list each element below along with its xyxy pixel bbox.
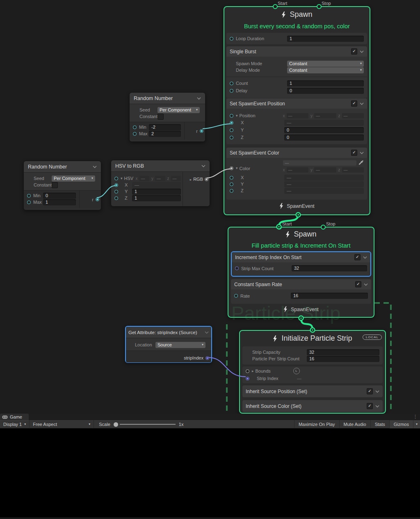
hsv-port[interactable] [114,177,118,180]
color-swatch-field[interactable]: — [283,160,356,166]
position-x-port-connected[interactable] [230,121,233,125]
ghost-field[interactable]: — [171,176,181,181]
ghost-field[interactable]: — [287,113,308,118]
r-output-port-connected[interactable] [200,129,203,133]
start-event-port-connected[interactable] [277,225,282,230]
ghost-field[interactable]: — [342,113,364,118]
particle-per-strip-field[interactable]: 16 [307,356,379,362]
ghost-field[interactable]: — [314,113,336,118]
maximize-on-play-button[interactable]: Maximize On Play [294,420,339,428]
inherit-position-checkbox[interactable]: ✓ [367,388,373,394]
delay-port[interactable] [230,89,233,93]
color-y-port[interactable] [230,182,233,186]
hsv-z-field[interactable]: 1 [132,195,181,201]
color-x-port[interactable] [230,176,233,180]
position-y-port[interactable] [230,128,233,132]
scale-slider-handle[interactable] [114,422,118,427]
ghost-field[interactable]: — [155,176,165,181]
min-port[interactable] [133,125,137,129]
stop-event-port[interactable] [317,4,322,9]
min-field[interactable]: 0 [43,193,76,199]
start-event-port[interactable] [273,4,278,9]
loop-duration-port[interactable] [230,37,233,41]
scale-slider-track[interactable] [120,424,176,425]
set-position-block[interactable]: Set SpawnEvent Position ✓ ▾ Position x— … [226,98,367,144]
count-field[interactable]: 1 [287,80,364,86]
position-y-field[interactable]: 0 [284,127,364,133]
single-burst-block[interactable]: Single Burst ✓ Spawn Mode Constant▾ Dela… [226,46,367,98]
expand-down-icon[interactable]: ▾ [236,114,238,118]
stats-button[interactable]: Stats [371,420,389,428]
chevron-down-icon[interactable] [197,97,201,100]
ghost-field[interactable]: — [342,167,364,173]
max-port[interactable] [27,200,31,204]
expand-down-icon[interactable]: ▾ [236,166,238,170]
location-dropdown[interactable]: Source▾ [155,342,205,348]
inherit-color-checkbox[interactable]: ✓ [367,403,373,409]
hsv-z-port[interactable] [114,196,118,200]
gizmos-dropdown-arrow[interactable]: ▾ [413,420,420,428]
color-port-connected[interactable] [230,166,233,170]
max-field[interactable]: 2 [149,131,181,137]
min-port[interactable] [27,194,31,198]
position-z-port[interactable] [230,136,233,139]
chevron-down-icon[interactable] [205,331,209,334]
seed-dropdown[interactable]: Per Component▾ [158,107,200,113]
random-number-pos-node[interactable]: Random Number Seed Per Component▾ Consta… [129,92,205,142]
increment-strip-index-block-selected[interactable]: Increment Strip Index On Start ✓ Strip M… [231,251,371,277]
ghost-field[interactable]: — [287,167,308,173]
chevron-down-icon[interactable] [375,390,379,393]
initialize-particle-strip-context[interactable]: Initialize Particle Strip LOCAL Strip Ca… [239,330,386,414]
loop-duration-block[interactable]: Loop Duration 1 [226,33,367,44]
seed-dropdown[interactable]: Per Component▾ [52,175,95,182]
chevron-down-icon[interactable] [360,152,364,154]
rgb-output-port-connected[interactable] [205,178,208,181]
constant-checkbox[interactable] [52,182,58,188]
constant-spawn-rate-block[interactable]: Constant Spawn Rate ✓ Rate 16 [231,279,371,304]
spawn-mode-dropdown[interactable]: Constant▾ [287,61,364,67]
color-z-port[interactable] [230,189,233,193]
count-port[interactable] [230,82,233,85]
aspect-ratio-dropdown[interactable]: Free Aspect ▾ [30,420,94,428]
ghost-field[interactable]: — [314,167,336,173]
bounds-port[interactable] [246,369,249,373]
stop-event-port[interactable] [321,225,326,230]
inherit-source-color-block[interactable]: Inherit Source Color (Set) ✓ [242,400,383,412]
display-dropdown[interactable]: Display 1 ▾ [0,420,29,428]
hsv-to-rgb-node[interactable]: HSV to RGB ▾ HSV x— y— z— X [111,160,210,206]
rate-field[interactable]: 16 [291,293,368,299]
strip-max-count-field[interactable]: 32 [292,265,367,271]
position-z-field[interactable]: 0 [284,134,364,141]
set-color-block[interactable]: Set SpawnEvent Color ✓ ▾ Color — x— y— z… [226,148,367,200]
constant-checkbox[interactable] [158,114,164,120]
tab-game[interactable]: Game [0,414,29,420]
delay-mode-dropdown[interactable]: Constant▾ [287,67,364,73]
chevron-down-icon[interactable] [363,256,367,259]
rate-port[interactable] [234,294,238,298]
r-output-port-connected[interactable] [96,198,99,201]
max-field[interactable]: 1 [43,199,76,205]
rate-checkbox[interactable]: ✓ [355,281,361,287]
strip-index-output-port-connected[interactable] [205,356,209,360]
local-space-badge[interactable]: LOCAL [363,335,382,340]
max-port[interactable] [133,132,137,136]
strip-index-port-connected[interactable] [246,377,249,380]
local-bounds-icon[interactable]: L [293,368,300,374]
chevron-down-icon[interactable] [360,50,364,53]
hsv-y-field[interactable]: 1 [132,189,181,195]
strip-capacity-field[interactable]: 32 [307,349,379,355]
set-color-checkbox[interactable]: ✓ [351,150,357,156]
chevron-down-icon[interactable] [360,102,364,105]
position-port[interactable] [230,114,233,118]
set-position-checkbox[interactable]: ✓ [351,100,357,107]
kebab-menu-icon[interactable]: ⋮ [413,414,418,419]
get-attribute-node-selected[interactable]: Get Attribute: stripIndex (Source) Locat… [125,326,212,363]
mute-audio-button[interactable]: Mute Audio [340,420,370,428]
eyedropper-icon[interactable] [358,160,364,166]
chevron-down-icon[interactable] [375,405,379,407]
ghost-field[interactable]: — [139,176,149,181]
loop-duration-field[interactable]: 1 [287,36,364,42]
increment-checkbox[interactable]: ✓ [354,254,361,260]
strip-settings-block[interactable]: Strip Capacity 32 Particle Per Strip Cou… [242,346,383,364]
inherit-source-position-block[interactable]: Inherit Source Position (Set) ✓ [242,385,383,397]
